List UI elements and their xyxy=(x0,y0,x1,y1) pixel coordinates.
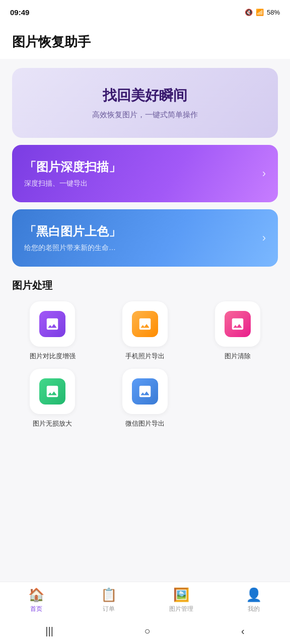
feature-card-deep-scan[interactable]: 「图片深度扫描」 深度扫描、一键导出 › xyxy=(12,145,278,202)
tool-icon-contrast xyxy=(39,311,65,337)
tool-enlarge[interactable]: 图片无损放大 xyxy=(8,369,97,428)
tool-label-contrast: 图片对比度增强 xyxy=(30,352,76,361)
feature-card-colorize[interactable]: 「黑白图片上色」 给您的老照片带来新的生命… › xyxy=(12,209,278,267)
tool-icon-wrap-export-phone xyxy=(122,301,168,347)
tool-wechat-export[interactable]: 微信图片导出 xyxy=(101,369,189,428)
tool-icon-wrap-clean xyxy=(215,301,260,347)
tool-icon-wechat-export xyxy=(132,378,158,405)
feature-card-title-2: 「黑白图片上色」 xyxy=(24,223,266,239)
tool-label-enlarge: 图片无损放大 xyxy=(33,419,72,428)
manage-icon: 🖼️ xyxy=(173,587,189,603)
tool-icon-wrap-contrast xyxy=(30,301,75,347)
tool-icon-enlarge xyxy=(39,378,65,405)
sys-menu-btn[interactable]: ||| xyxy=(45,625,53,637)
nav-label-home: 首页 xyxy=(30,605,42,613)
tool-label-export-phone: 手机照片导出 xyxy=(125,352,165,361)
nav-item-manage[interactable]: 🖼️ 图片管理 xyxy=(145,587,218,613)
section-title: 图片处理 xyxy=(12,279,278,292)
section-title-area: 图片处理 xyxy=(0,267,290,297)
tool-label-clean: 图片清除 xyxy=(225,352,251,361)
profile-icon: 👤 xyxy=(246,587,262,603)
battery-text: 58% xyxy=(267,9,280,16)
mute-icon: 🔇 xyxy=(245,9,253,16)
tool-label-wechat-export: 微信图片导出 xyxy=(125,419,165,428)
page-title-area: 图片恢复助手 xyxy=(0,24,290,59)
tool-contrast[interactable]: 图片对比度增强 xyxy=(8,301,97,361)
sys-home-btn[interactable]: ○ xyxy=(144,625,150,637)
status-bar: 09:49 🔇 📶 58% xyxy=(0,0,290,24)
hero-subtitle: 高效恢复图片，一键式简单操作 xyxy=(24,110,266,120)
tool-icon-export-phone xyxy=(132,311,158,337)
system-nav: ||| ○ ‹ xyxy=(0,618,290,644)
hero-title: 找回美好瞬间 xyxy=(24,86,266,105)
nav-item-home[interactable]: 🏠 首页 xyxy=(0,587,72,613)
feature-cards: 「图片深度扫描」 深度扫描、一键导出 › 「黑白图片上色」 给您的老照片带来新的… xyxy=(12,145,278,267)
main-content: 图片恢复助手 找回美好瞬间 高效恢复图片，一键式简单操作 「图片深度扫描」 深度… xyxy=(0,24,290,493)
wifi-icon: 📶 xyxy=(256,9,264,16)
hero-card: 找回美好瞬间 高效恢复图片，一键式简单操作 xyxy=(12,68,278,138)
tool-icon-wrap-wechat-export xyxy=(122,369,168,414)
tool-icon-clean xyxy=(225,311,251,337)
sys-back-btn[interactable]: ‹ xyxy=(241,625,245,637)
arrow-icon-1: › xyxy=(262,167,266,180)
tool-export-phone[interactable]: 手机照片导出 xyxy=(101,301,189,361)
nav-label-manage: 图片管理 xyxy=(169,605,193,613)
tool-clean[interactable]: 图片清除 xyxy=(193,301,282,361)
order-icon: 📋 xyxy=(101,587,117,603)
status-icons: 🔇 📶 58% xyxy=(245,9,280,16)
nav-item-order[interactable]: 📋 订单 xyxy=(72,587,145,613)
page-title: 图片恢复助手 xyxy=(12,33,278,51)
feature-card-title-1: 「图片深度扫描」 xyxy=(24,159,266,175)
status-time: 09:49 xyxy=(10,8,29,17)
home-icon: 🏠 xyxy=(28,587,44,603)
nav-item-profile[interactable]: 👤 我的 xyxy=(218,587,290,613)
nav-label-order: 订单 xyxy=(103,605,115,613)
nav-label-profile: 我的 xyxy=(248,605,260,613)
tool-icon-wrap-enlarge xyxy=(30,369,75,414)
feature-card-desc-2: 给您的老照片带来新的生命… xyxy=(24,244,266,253)
bottom-nav: 🏠 首页 📋 订单 🖼️ 图片管理 👤 我的 xyxy=(0,582,290,618)
feature-card-desc-1: 深度扫描、一键导出 xyxy=(24,179,266,188)
arrow-icon-2: › xyxy=(262,231,266,245)
tools-grid: 图片对比度增强 手机照片导出 图片清除 xyxy=(0,297,290,432)
